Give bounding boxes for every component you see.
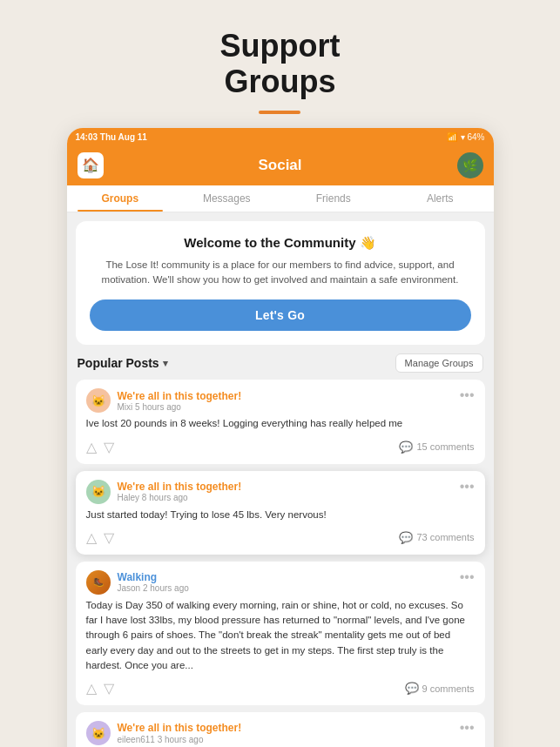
status-time: 14:03 Thu Aug 11 (76, 132, 147, 142)
avatar-icon: 🌿 (462, 158, 477, 172)
avatar-emoji-3: 🥾 (93, 577, 104, 587)
vote-actions-3: △ ▽ (86, 680, 114, 697)
avatar-haley: 🐱 (86, 480, 111, 504)
avatar-eileen: 🐱 (86, 721, 111, 745)
status-icons: 📶 ▾ 64% (447, 132, 485, 142)
comment-section-2[interactable]: 💬 73 comments (399, 531, 474, 544)
page-title: Support Groups (220, 28, 341, 100)
status-bar: 14:03 Thu Aug 11 📶 ▾ 64% (67, 128, 494, 147)
post-body-3: Today is Day 350 of walking every mornin… (86, 598, 475, 673)
post-body-1: Ive lost 20 pounds in 8 weeks! Logging e… (86, 416, 475, 431)
avatar-emoji-1: 🐱 (91, 394, 105, 407)
post-card-3: 🥾 Walking Jason 2 hours ago ••• Today is… (76, 562, 485, 705)
post-meta-3: Walking Jason 2 hours ago (118, 571, 189, 593)
tab-friends[interactable]: Friends (280, 185, 388, 212)
post-group-1: We're all in this together! (118, 390, 242, 402)
avatar-emoji-4: 🐱 (91, 727, 105, 740)
post-group-2: We're all in this together! (118, 481, 242, 493)
comment-icon-1: 💬 (399, 441, 413, 454)
post-more-2[interactable]: ••• (460, 480, 475, 494)
comment-count-1: 15 comments (416, 441, 474, 452)
post-header-1: 🐱 We're all in this together! Mixi 5 hou… (86, 388, 475, 413)
comment-section-3[interactable]: 💬 9 comments (405, 682, 475, 695)
post-body-2: Just started today! Trying to lose 45 lb… (86, 508, 475, 522)
post-author-time-3: Jason 2 hours ago (118, 583, 189, 593)
posts-header-left: Popular Posts ▾ (78, 356, 168, 370)
downvote-btn-1[interactable]: ▽ (104, 439, 114, 455)
downvote-btn-2[interactable]: ▽ (104, 529, 114, 546)
comment-section-1[interactable]: 💬 15 comments (399, 441, 474, 454)
posts-header: Popular Posts ▾ Manage Groups (76, 353, 485, 373)
post-card-1: 🐱 We're all in this together! Mixi 5 hou… (76, 380, 485, 463)
avatar-mixi: 🐱 (86, 388, 111, 413)
title-underline (259, 111, 300, 114)
post-group-3: Walking (118, 571, 189, 583)
post-header-2: 🐱 We're all in this together! Haley 8 ho… (86, 480, 475, 504)
post-actions-3: △ ▽ 💬 9 comments (86, 680, 475, 697)
post-author-time-1: Mixi 5 hours ago (118, 402, 242, 412)
post-more-1[interactable]: ••• (460, 388, 475, 402)
post-header-left-1: 🐱 We're all in this together! Mixi 5 hou… (86, 388, 242, 413)
post-header-left-4: 🐱 We're all in this together! eileen611 … (86, 721, 242, 745)
post-more-3[interactable]: ••• (460, 570, 475, 584)
welcome-card: Welcome to the Community 👋 The Lose It! … (76, 221, 485, 346)
vote-actions-1: △ ▽ (86, 439, 114, 455)
post-header-4: 🐱 We're all in this together! eileen611 … (86, 721, 475, 745)
post-header-left-2: 🐱 We're all in this together! Haley 8 ho… (86, 480, 242, 504)
tab-groups[interactable]: Groups (67, 185, 174, 212)
post-meta-1: We're all in this together! Mixi 5 hours… (118, 390, 242, 412)
manage-groups-button[interactable]: Manage Groups (395, 353, 483, 373)
welcome-description: The Lose It! community is a place for ou… (90, 258, 471, 288)
popular-posts-label: Popular Posts (78, 356, 159, 370)
welcome-title: Welcome to the Community 👋 (90, 235, 471, 251)
device-frame: 14:03 Thu Aug 11 📶 ▾ 64% 🏠 Social 🌿 Grou… (67, 128, 494, 747)
post-more-4[interactable]: ••• (460, 721, 475, 735)
post-author-time-4: eileen611 3 hours ago (118, 735, 242, 744)
downvote-btn-3[interactable]: ▽ (104, 680, 114, 697)
post-actions-2: △ ▽ 💬 73 comments (86, 529, 475, 546)
vote-actions-2: △ ▽ (86, 529, 114, 546)
upvote-btn-3[interactable]: △ (86, 680, 97, 697)
post-actions-1: △ ▽ 💬 15 comments (86, 439, 475, 455)
comment-icon-3: 💬 (405, 682, 419, 695)
post-meta-2: We're all in this together! Haley 8 hour… (118, 481, 242, 502)
tab-alerts[interactable]: Alerts (387, 185, 494, 212)
upvote-btn-2[interactable]: △ (86, 529, 97, 546)
home-icon: 🏠 (82, 157, 99, 173)
main-content: Welcome to the Community 👋 The Lose It! … (67, 212, 494, 747)
profile-avatar[interactable]: 🌿 (457, 152, 483, 178)
post-header-left-3: 🥾 Walking Jason 2 hours ago (86, 570, 189, 595)
app-header: 🏠 Social 🌿 (67, 147, 494, 185)
header-title: Social (258, 157, 301, 174)
comment-count-3: 9 comments (422, 683, 475, 694)
post-card-2: 🐱 We're all in this together! Haley 8 ho… (76, 471, 485, 555)
page-title-section: Support Groups (220, 0, 341, 128)
post-header-3: 🥾 Walking Jason 2 hours ago ••• (86, 570, 475, 595)
avatar-jason: 🥾 (86, 570, 111, 595)
battery-text: ▾ 64% (461, 132, 485, 142)
comment-count-2: 73 comments (416, 532, 474, 542)
tab-bar: Groups Messages Friends Alerts (67, 185, 494, 212)
wifi-icon: 📶 (447, 132, 457, 142)
comment-icon-2: 💬 (399, 531, 413, 544)
post-group-4: We're all in this together! (118, 722, 242, 734)
avatar-emoji-2: 🐱 (91, 485, 105, 498)
header-left-icon[interactable]: 🏠 (78, 152, 104, 178)
post-card-4: 🐱 We're all in this together! eileen611 … (76, 712, 485, 747)
post-author-time-2: Haley 8 hours ago (118, 493, 242, 502)
chevron-down-icon[interactable]: ▾ (163, 358, 168, 369)
tab-messages[interactable]: Messages (173, 185, 280, 212)
post-meta-4: We're all in this together! eileen611 3 … (118, 722, 242, 744)
upvote-btn-1[interactable]: △ (86, 439, 97, 455)
lets-go-button[interactable]: Let's Go (90, 299, 471, 331)
